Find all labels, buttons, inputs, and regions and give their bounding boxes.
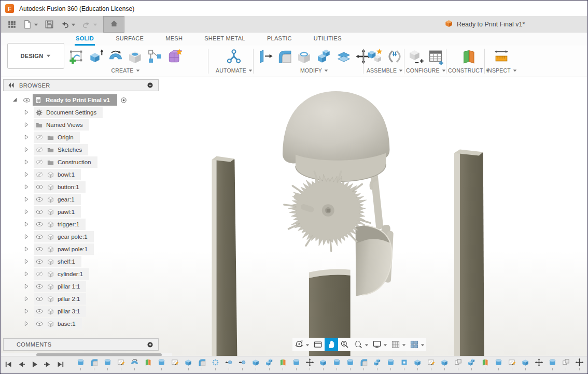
dropdown-caret-icon[interactable] bbox=[402, 340, 406, 349]
browser-item-named-views[interactable]: Named Views bbox=[3, 119, 169, 131]
collapse-browser-icon[interactable] bbox=[7, 81, 15, 89]
browser-item-button-1[interactable]: button:1 bbox=[3, 181, 169, 193]
configure-menu-label[interactable]: CONFIGURE bbox=[406, 67, 446, 74]
tab-sheet-metal[interactable]: SHEET METAL bbox=[203, 33, 246, 46]
visibility-eye-off-icon[interactable] bbox=[35, 133, 44, 141]
combine-icon[interactable] bbox=[315, 47, 333, 66]
browser-item-sketches[interactable]: Sketches bbox=[3, 143, 169, 156]
timeline-feature-box[interactable] bbox=[438, 358, 451, 370]
construct-plane-icon[interactable] bbox=[460, 47, 478, 66]
visibility-eye-icon[interactable] bbox=[35, 320, 44, 328]
visibility-eye-icon[interactable] bbox=[35, 307, 44, 315]
visibility-eye-off-icon[interactable] bbox=[35, 170, 44, 179]
timeline-feature-copy[interactable] bbox=[559, 358, 572, 370]
timeline-feature-cylinder[interactable] bbox=[384, 358, 397, 370]
timeline-feature-box[interactable] bbox=[181, 358, 195, 370]
file-menu-button[interactable] bbox=[23, 20, 38, 29]
browser-item-origin[interactable]: Origin bbox=[3, 131, 169, 143]
expand-arrow-icon[interactable] bbox=[23, 134, 31, 141]
browser-item-gear-pole-1[interactable]: gear pole:1 bbox=[3, 231, 169, 243]
zoom-button[interactable] bbox=[338, 338, 352, 351]
play-button[interactable] bbox=[30, 360, 39, 369]
dropdown-caret-icon[interactable] bbox=[305, 340, 310, 349]
browser-minimize-button[interactable] bbox=[146, 81, 154, 89]
automate-icon[interactable] bbox=[225, 47, 243, 66]
expand-arrow-icon[interactable] bbox=[23, 295, 31, 303]
fit-button[interactable] bbox=[352, 338, 370, 351]
expand-arrow-icon[interactable] bbox=[23, 270, 31, 278]
viewports-button[interactable] bbox=[408, 338, 426, 351]
timeline-feature-sketch[interactable] bbox=[424, 358, 438, 370]
timeline-feature-box[interactable] bbox=[411, 358, 424, 370]
expand-arrow-icon[interactable] bbox=[23, 146, 31, 153]
expand-arrow-icon[interactable] bbox=[23, 246, 31, 253]
visibility-eye-icon[interactable] bbox=[35, 245, 44, 253]
fillet-icon[interactable] bbox=[276, 47, 293, 66]
construct-menu-label[interactable]: CONSTRUCT bbox=[448, 67, 489, 74]
measure-icon[interactable] bbox=[493, 47, 510, 66]
tab-utilities[interactable]: UTILITIES bbox=[313, 33, 343, 46]
save-button[interactable] bbox=[45, 20, 54, 29]
undo-button[interactable] bbox=[60, 20, 76, 29]
timeline-feature-sketch[interactable] bbox=[168, 358, 181, 370]
timeline-feature-sketch[interactable] bbox=[505, 358, 519, 370]
add-comment-button[interactable] bbox=[146, 341, 154, 349]
expand-arrow-icon[interactable] bbox=[23, 283, 31, 290]
timeline-feature-cylinder[interactable] bbox=[155, 358, 168, 370]
timeline-feature-cylinder[interactable] bbox=[492, 358, 505, 370]
assemble-menu-label[interactable]: ASSEMBLE bbox=[367, 67, 403, 74]
dropdown-caret-icon[interactable] bbox=[421, 340, 425, 349]
browser-item-pawl-1[interactable]: pawl:1 bbox=[3, 206, 169, 218]
timeline-feature-combine[interactable] bbox=[262, 358, 276, 370]
look-at-button[interactable] bbox=[311, 338, 325, 351]
step-back-button[interactable] bbox=[17, 360, 26, 369]
expand-arrow-icon[interactable] bbox=[23, 258, 31, 265]
configuration-icon[interactable] bbox=[407, 47, 425, 66]
design-workspace-button[interactable]: DESIGN bbox=[7, 43, 64, 69]
timeline-feature-plane[interactable] bbox=[276, 358, 289, 370]
step-forward-button[interactable] bbox=[43, 360, 52, 369]
timeline-feature-form-dots[interactable] bbox=[208, 358, 222, 370]
visibility-eye-off-icon[interactable] bbox=[35, 146, 44, 154]
visibility-eye-icon[interactable] bbox=[35, 220, 44, 228]
browser-root-item[interactable]: Ready to Print Final v1 bbox=[3, 94, 169, 106]
timeline-feature-cylinder[interactable] bbox=[74, 358, 87, 370]
comments-panel-header[interactable]: COMMENTS bbox=[3, 338, 159, 351]
orbit-button[interactable] bbox=[292, 338, 311, 351]
visibility-eye-icon[interactable] bbox=[35, 295, 44, 303]
tab-surface[interactable]: SURFACE bbox=[115, 33, 145, 46]
expand-arrow-icon[interactable] bbox=[23, 121, 31, 128]
timeline-feature-cylinder[interactable] bbox=[289, 358, 303, 370]
activate-component-radio[interactable] bbox=[120, 96, 128, 104]
dropdown-caret-icon[interactable] bbox=[383, 340, 387, 349]
revolve-icon[interactable] bbox=[107, 47, 124, 66]
browser-item-shelf-1[interactable]: shelf:1 bbox=[3, 255, 169, 268]
app-grid-icon[interactable] bbox=[7, 20, 17, 29]
hole-icon[interactable] bbox=[127, 47, 144, 66]
pan-button[interactable] bbox=[325, 338, 338, 351]
tab-mesh[interactable]: MESH bbox=[164, 33, 184, 46]
split-body-icon[interactable] bbox=[335, 47, 353, 66]
timeline-feature-fillet[interactable] bbox=[357, 358, 370, 370]
timeline-feature-cylinder[interactable] bbox=[101, 358, 114, 370]
expand-arrow-icon[interactable] bbox=[23, 320, 31, 327]
expand-arrow-icon[interactable] bbox=[23, 159, 31, 166]
create-sketch-icon[interactable] bbox=[67, 47, 85, 66]
visibility-eye-icon[interactable] bbox=[35, 257, 44, 266]
document-tab[interactable]: Ready to Print Final v1* bbox=[445, 18, 525, 31]
timeline-feature-box[interactable] bbox=[519, 358, 532, 370]
browser-item-pawl-pole-1[interactable]: pawl pole:1 bbox=[3, 243, 169, 255]
expand-arrow-icon[interactable] bbox=[23, 208, 31, 215]
extrude-icon[interactable] bbox=[87, 47, 105, 66]
browser-item-trigger-1[interactable]: trigger:1 bbox=[3, 218, 169, 231]
expand-arrow-icon[interactable] bbox=[23, 221, 31, 228]
go-to-end-button[interactable] bbox=[56, 360, 65, 369]
timeline-feature-fillet[interactable] bbox=[195, 358, 208, 370]
visibility-eye-icon[interactable] bbox=[35, 282, 44, 291]
home-view-button[interactable] bbox=[103, 16, 124, 33]
expand-arrow-icon[interactable] bbox=[23, 171, 31, 178]
configuration-table-icon[interactable] bbox=[427, 47, 444, 66]
go-to-start-button[interactable] bbox=[4, 360, 13, 369]
visibility-eye-off-icon[interactable] bbox=[35, 270, 44, 278]
joint-icon[interactable] bbox=[386, 47, 403, 66]
